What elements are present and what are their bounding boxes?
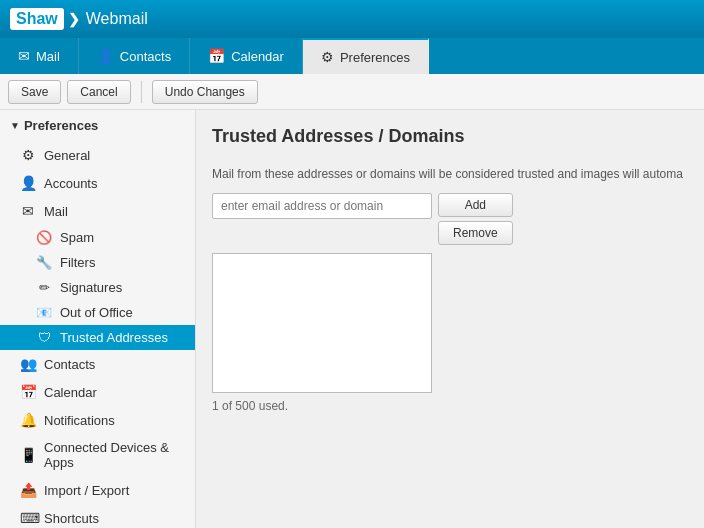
- tab-calendar[interactable]: 📅 Calendar: [190, 38, 303, 74]
- used-count-label: 1 of 500 used.: [212, 399, 688, 413]
- tab-preferences-label: Preferences: [340, 50, 410, 65]
- sidebar-item-connected-devices-label: Connected Devices & Apps: [44, 440, 185, 470]
- save-button[interactable]: Save: [8, 80, 61, 104]
- tab-mail-label: Mail: [36, 49, 60, 64]
- signature-icon: ✏: [36, 280, 52, 295]
- sidebar-section-preferences[interactable]: ▼ Preferences: [0, 110, 195, 141]
- sidebar-item-general-label: General: [44, 148, 90, 163]
- sidebar-item-accounts-label: Accounts: [44, 176, 97, 191]
- sidebar-item-accounts[interactable]: 👤 Accounts: [0, 169, 195, 197]
- trusted-addresses-list[interactable]: [212, 253, 432, 393]
- sidebar-item-calendar[interactable]: 📅 Calendar: [0, 378, 195, 406]
- tab-mail[interactable]: ✉ Mail: [0, 38, 79, 74]
- spam-icon: 🚫: [36, 230, 52, 245]
- calendar-icon: 📅: [20, 384, 36, 400]
- sidebar-item-trusted-addresses[interactable]: 🛡 Trusted Addresses: [0, 325, 195, 350]
- page-title: Trusted Addresses / Domains: [212, 126, 688, 155]
- sidebar-item-out-of-office-label: Out of Office: [60, 305, 133, 320]
- add-button[interactable]: Add: [438, 193, 513, 217]
- import-export-icon: 📤: [20, 482, 36, 498]
- logo-shaw: Shaw: [10, 8, 64, 30]
- sidebar-item-notifications[interactable]: 🔔 Notifications: [0, 406, 195, 434]
- sidebar-item-mail-label: Mail: [44, 204, 68, 219]
- tab-preferences[interactable]: ⚙ Preferences: [303, 38, 429, 74]
- tab-calendar-label: Calendar: [231, 49, 284, 64]
- bell-icon: 🔔: [20, 412, 36, 428]
- logo-chevron-icon: ❯: [68, 11, 80, 27]
- sidebar-item-contacts-label: Contacts: [44, 357, 95, 372]
- sidebar-item-filters[interactable]: 🔧 Filters: [0, 250, 195, 275]
- filter-icon: 🔧: [36, 255, 52, 270]
- toolbar-divider: [141, 81, 142, 103]
- sidebar-item-calendar-label: Calendar: [44, 385, 97, 400]
- undo-changes-button[interactable]: Undo Changes: [152, 80, 258, 104]
- logo-webmail: Webmail: [86, 10, 148, 28]
- sidebar-item-general[interactable]: ⚙ General: [0, 141, 195, 169]
- logo: Shaw ❯ Webmail: [10, 8, 148, 30]
- calendar-icon: 📅: [208, 48, 225, 64]
- sidebar-item-import-export-label: Import / Export: [44, 483, 129, 498]
- sidebar-section-label: Preferences: [24, 118, 98, 133]
- sidebar-item-signatures[interactable]: ✏ Signatures: [0, 275, 195, 300]
- contacts-group-icon: 👥: [20, 356, 36, 372]
- contacts-icon: 👤: [97, 48, 114, 64]
- address-action-buttons: Add Remove: [438, 193, 513, 245]
- tab-contacts[interactable]: 👤 Contacts: [79, 38, 190, 74]
- gear-icon: ⚙: [20, 147, 36, 163]
- main-layout: ▼ Preferences ⚙ General 👤 Accounts ✉ Mai…: [0, 110, 704, 528]
- add-address-row: Add Remove: [212, 193, 688, 245]
- content-area: Trusted Addresses / Domains Mail from th…: [196, 110, 704, 528]
- sidebar: ▼ Preferences ⚙ General 👤 Accounts ✉ Mai…: [0, 110, 196, 528]
- cancel-button[interactable]: Cancel: [67, 80, 130, 104]
- remove-button[interactable]: Remove: [438, 221, 513, 245]
- keyboard-icon: ⌨: [20, 510, 36, 526]
- sidebar-item-signatures-label: Signatures: [60, 280, 122, 295]
- sidebar-item-mail[interactable]: ✉ Mail: [0, 197, 195, 225]
- user-icon: 👤: [20, 175, 36, 191]
- sidebar-item-spam[interactable]: 🚫 Spam: [0, 225, 195, 250]
- nav-tabs: ✉ Mail 👤 Contacts 📅 Calendar ⚙ Preferenc…: [0, 38, 704, 74]
- sidebar-item-contacts[interactable]: 👥 Contacts: [0, 350, 195, 378]
- trusted-list-row: [212, 253, 688, 393]
- out-of-office-icon: 📧: [36, 305, 52, 320]
- sidebar-item-filters-label: Filters: [60, 255, 95, 270]
- sidebar-item-import-export[interactable]: 📤 Import / Export: [0, 476, 195, 504]
- sidebar-item-spam-label: Spam: [60, 230, 94, 245]
- phone-icon: 📱: [20, 447, 36, 463]
- top-bar: Shaw ❯ Webmail: [0, 0, 704, 38]
- sidebar-item-out-of-office[interactable]: 📧 Out of Office: [0, 300, 195, 325]
- sidebar-item-notifications-label: Notifications: [44, 413, 115, 428]
- sidebar-item-trusted-addresses-label: Trusted Addresses: [60, 330, 168, 345]
- mail-icon: ✉: [20, 203, 36, 219]
- email-domain-input[interactable]: [212, 193, 432, 219]
- sidebar-item-shortcuts-label: Shortcuts: [44, 511, 99, 526]
- mail-icon: ✉: [18, 48, 30, 64]
- tab-contacts-label: Contacts: [120, 49, 171, 64]
- chevron-down-icon: ▼: [10, 120, 20, 131]
- preferences-icon: ⚙: [321, 49, 334, 65]
- toolbar: Save Cancel Undo Changes: [0, 74, 704, 110]
- shield-icon: 🛡: [36, 330, 52, 345]
- sidebar-item-connected-devices[interactable]: 📱 Connected Devices & Apps: [0, 434, 195, 476]
- sidebar-item-shortcuts[interactable]: ⌨ Shortcuts: [0, 504, 195, 528]
- content-description: Mail from these addresses or domains wil…: [212, 167, 688, 181]
